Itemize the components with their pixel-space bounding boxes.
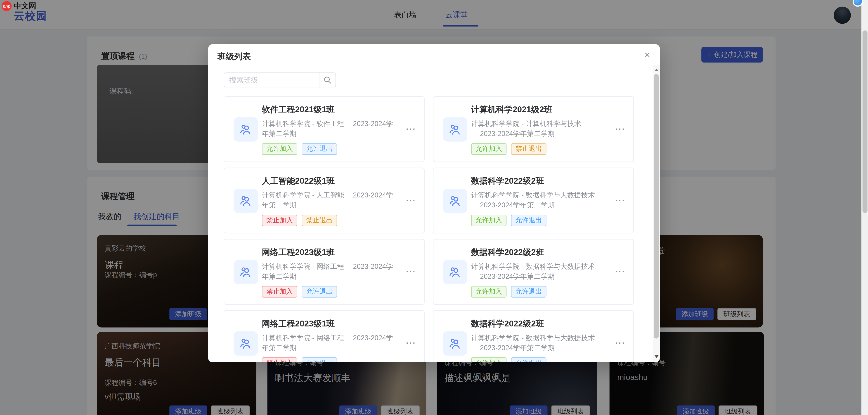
class-org: 计算机科学学院 - 数据科学与大数据技术 [471,334,595,342]
search-icon [323,76,332,84]
tag-warning: 禁止退出 [302,215,337,226]
tag-danger: 禁止加入 [262,357,297,362]
scroll-up-arrow-icon[interactable] [654,69,659,71]
tag-success: 允许加入 [471,143,507,155]
class-avatar [234,117,258,142]
class-subtitle: 计算机科学学院 - 数据科学与大数据技术2023-2024学年第二学期 [471,333,604,353]
class-org: 计算机科学学院 - 网络工程 [262,334,344,342]
class-card[interactable]: 计算机科学2021级2班计算机科学学院 - 计算机科学与技术2023-2024学… [433,96,634,162]
more-options-icon[interactable]: ··· [615,267,625,276]
tag-success: 允许加入 [262,143,297,155]
people-icon [239,194,253,208]
class-avatar [443,260,467,284]
tag-warning: 禁止退出 [511,143,547,155]
class-card[interactable]: 网络工程2023级1班计算机科学学院 - 网络工程2023-2024学年第二学期… [224,310,425,362]
tag-danger: 禁止加入 [262,215,297,226]
tag-blue: 允许退出 [511,286,547,298]
class-name: 数据科学2022级2班 [471,318,544,329]
people-icon [448,122,462,137]
class-list-modal: 班级列表 ✕ 软件工程2021级1班计算机科学学院 - 软件工程2023-202… [208,44,660,362]
class-subtitle: 计算机科学学院 - 软件工程2023-2024学年第二学期 [262,119,395,139]
class-tags: 禁止加入允许退出 [262,357,337,362]
class-subtitle: 计算机科学学院 - 网络工程2023-2024学年第二学期 [262,262,395,281]
modal-title: 班级列表 [218,51,251,62]
class-org: 计算机科学学院 - 网络工程 [262,263,344,270]
class-org: 计算机科学学院 - 软件工程 [262,120,344,128]
more-options-icon[interactable]: ··· [615,338,625,347]
more-options-icon[interactable]: ··· [406,338,416,347]
class-tags: 允许加入允许退出 [262,143,337,155]
class-name: 数据科学2022级2班 [471,247,544,258]
class-subtitle: 计算机科学学院 - 数据科学与大数据技术2023-2024学年第二学期 [471,262,604,281]
class-avatar [234,188,258,213]
class-avatar [443,117,467,142]
class-tags: 允许加入允许退出 [471,357,547,362]
tag-success: 允许加入 [471,357,507,362]
class-name: 计算机科学2021级2班 [471,105,552,115]
class-term: 2023-2024学年第二学期 [480,273,555,280]
more-options-icon[interactable]: ··· [615,196,625,205]
scroll-down-arrow-icon[interactable] [654,355,659,358]
people-icon [448,194,462,208]
class-term: 2023-2024学年第二学期 [480,201,555,209]
tag-blue: 允许退出 [302,357,337,362]
more-options-icon[interactable]: ··· [406,196,416,205]
class-grid: 软件工程2021级1班计算机科学学院 - 软件工程2023-2024学年第二学期… [224,96,634,362]
class-card[interactable]: 数据科学2022级2班计算机科学学院 - 数据科学与大数据技术2023-2024… [433,239,634,305]
tag-success: 允许加入 [471,286,507,298]
people-icon [239,265,253,279]
tag-danger: 禁止加入 [262,286,297,298]
class-card[interactable]: 网络工程2023级1班计算机科学学院 - 网络工程2023-2024学年第二学期… [224,239,425,305]
class-org: 计算机科学学院 - 人工智能 [262,192,344,199]
site-watermark: php 中文网 [2,1,36,11]
php-logo-icon: php [2,1,11,11]
class-name: 数据科学2022级2班 [471,176,544,186]
class-term: 2023-2024学年第二学期 [480,130,555,138]
class-tags: 允许加入允许退出 [471,286,547,298]
search-button[interactable] [319,73,335,87]
tag-blue: 允许退出 [302,286,337,298]
class-org: 计算机科学学院 - 数据科学与大数据技术 [471,263,595,270]
tag-blue: 允许退出 [511,357,547,362]
screen: 云校园 表白墙云课堂 置顶课程(1) 课程码: + 创建/加入课程 课程管理 我… [0,0,868,415]
class-avatar [443,188,467,213]
class-org: 计算机科学学院 - 数据科学与大数据技术 [471,192,595,199]
class-card[interactable]: 人工智能2022级1班计算机科学学院 - 人工智能2023-2024学年第二学期… [224,168,425,233]
class-tags: 禁止加入允许退出 [262,286,337,298]
people-icon [448,336,462,351]
modal-scrollbar-thumb[interactable] [654,74,659,338]
class-tags: 允许加入允许退出 [471,215,547,226]
close-icon[interactable]: ✕ [643,50,652,60]
class-subtitle: 计算机科学学院 - 数据科学与大数据技术2023-2024学年第二学期 [471,190,604,210]
more-options-icon[interactable]: ··· [615,125,625,133]
more-options-icon[interactable]: ··· [406,125,416,133]
more-options-icon[interactable]: ··· [406,267,416,276]
class-name: 网络工程2023级1班 [262,247,335,258]
class-search [224,72,336,88]
class-avatar [234,260,258,284]
tag-blue: 允许退出 [302,143,337,155]
class-card[interactable]: 数据科学2022级2班计算机科学学院 - 数据科学与大数据技术2023-2024… [433,168,634,233]
modal-scrollbar[interactable] [653,65,660,362]
people-icon [448,265,462,279]
class-tags: 允许加入禁止退出 [471,143,547,155]
class-avatar [234,332,258,356]
class-subtitle: 计算机科学学院 - 人工智能2023-2024学年第二学期 [262,190,395,210]
class-card[interactable]: 软件工程2021级1班计算机科学学院 - 软件工程2023-2024学年第二学期… [224,96,425,162]
class-avatar [443,332,467,356]
tag-success: 允许加入 [471,215,507,226]
class-card[interactable]: 数据科学2022级2班计算机科学学院 - 数据科学与大数据技术2023-2024… [433,310,634,362]
page-scrollbar[interactable] [862,0,868,415]
watermark-site-name: 中文网 [14,1,36,11]
people-icon [239,336,253,351]
class-subtitle: 计算机科学学院 - 网络工程2023-2024学年第二学期 [262,333,395,353]
class-org: 计算机科学学院 - 计算机科学与技术 [471,120,581,128]
class-term: 2023-2024学年第二学期 [480,344,555,352]
search-input[interactable] [224,73,319,87]
class-tags: 禁止加入禁止退出 [262,215,337,226]
page-scrollbar-thumb[interactable] [862,31,867,213]
class-subtitle: 计算机科学学院 - 计算机科学与技术2023-2024学年第二学期 [471,119,604,139]
class-name: 网络工程2023级1班 [262,318,335,329]
tag-blue: 允许退出 [511,215,547,226]
class-name: 人工智能2022级1班 [262,176,335,186]
